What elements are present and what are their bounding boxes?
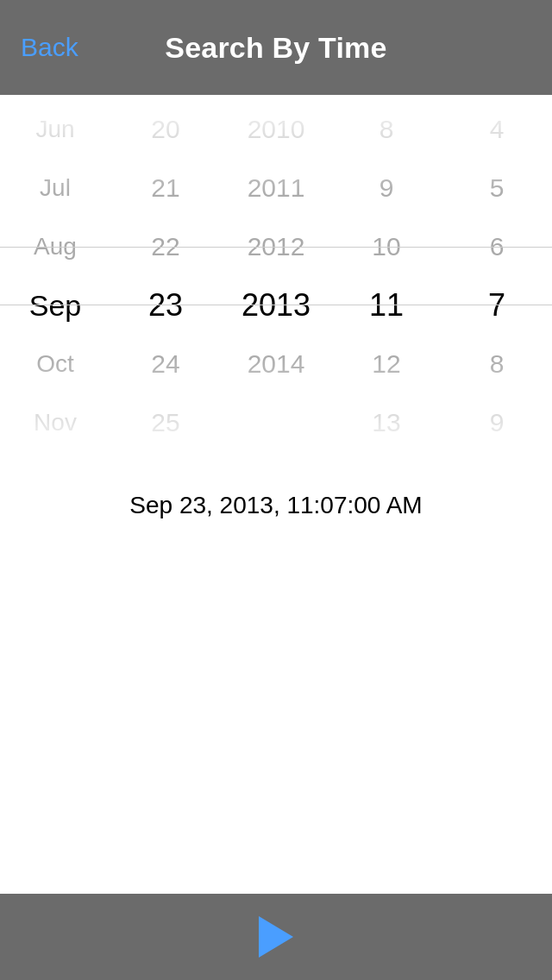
picker-item[interactable]: 8 xyxy=(331,100,442,159)
picker-item[interactable]: 23 xyxy=(110,276,221,335)
picker-item[interactable]: 2014 xyxy=(221,335,331,393)
picker-item[interactable]: 12 xyxy=(331,335,442,393)
navigation-header: Back Search By Time xyxy=(0,0,552,95)
picker-item[interactable]: 25 xyxy=(110,393,221,452)
picker-item[interactable]: Nov xyxy=(0,393,110,452)
play-button[interactable] xyxy=(259,916,293,958)
picker-item[interactable] xyxy=(221,452,331,457)
picker-item[interactable]: 26 xyxy=(110,452,221,457)
picker-item[interactable]: 6 xyxy=(442,217,552,276)
picker-item[interactable]: 5 xyxy=(442,159,552,217)
minute-column[interactable]: 445678910 xyxy=(442,95,552,457)
picker-item[interactable]: 24 xyxy=(110,335,221,393)
picker-item[interactable]: 13 xyxy=(331,393,442,452)
picker-item[interactable]: 9 xyxy=(442,393,552,452)
page-title: Search By Time xyxy=(165,31,386,65)
picker-item[interactable]: 8 xyxy=(442,335,552,393)
picker-item[interactable]: 2011 xyxy=(221,159,331,217)
picker-item[interactable]: Oct xyxy=(0,335,110,393)
picker-item[interactable] xyxy=(221,393,331,452)
picker-item[interactable]: Jun xyxy=(0,100,110,159)
date-time-picker[interactable]: MayJunJulAugSepOctNovDec 192021222324252… xyxy=(0,95,552,457)
picker-item[interactable]: 14 xyxy=(331,452,442,457)
picker-item[interactable]: 22 xyxy=(110,217,221,276)
selected-date-display: Sep 23, 2013, 11:07:00 AM xyxy=(0,457,552,537)
footer-toolbar xyxy=(0,894,552,980)
picker-item[interactable]: Aug xyxy=(0,217,110,276)
year-column[interactable]: 200920102011201220132014 xyxy=(221,95,331,457)
picker-item[interactable]: 20 xyxy=(110,100,221,159)
picker-item[interactable]: 7 xyxy=(442,276,552,335)
hour-column[interactable]: 8891011121314 xyxy=(331,95,442,457)
picker-item[interactable]: 10 xyxy=(331,217,442,276)
picker-item[interactable]: 9 xyxy=(331,159,442,217)
day-column[interactable]: 1920212223242526 xyxy=(110,95,221,457)
month-column[interactable]: MayJunJulAugSepOctNovDec xyxy=(0,95,110,457)
picker-item[interactable]: 10 xyxy=(442,452,552,457)
picker-item[interactable]: 11 xyxy=(331,276,442,335)
picker-item[interactable]: 2012 xyxy=(221,217,331,276)
picker-columns: MayJunJulAugSepOctNovDec 192021222324252… xyxy=(0,95,552,457)
picker-item[interactable]: Dec xyxy=(0,452,110,457)
picker-item[interactable]: Sep xyxy=(0,276,110,335)
picker-item[interactable]: 21 xyxy=(110,159,221,217)
back-button[interactable]: Back xyxy=(21,33,78,62)
picker-item[interactable]: 2010 xyxy=(221,100,331,159)
picker-item[interactable]: Jul xyxy=(0,159,110,217)
picker-item[interactable]: 2013 xyxy=(221,276,331,335)
picker-item[interactable]: 4 xyxy=(442,100,552,159)
